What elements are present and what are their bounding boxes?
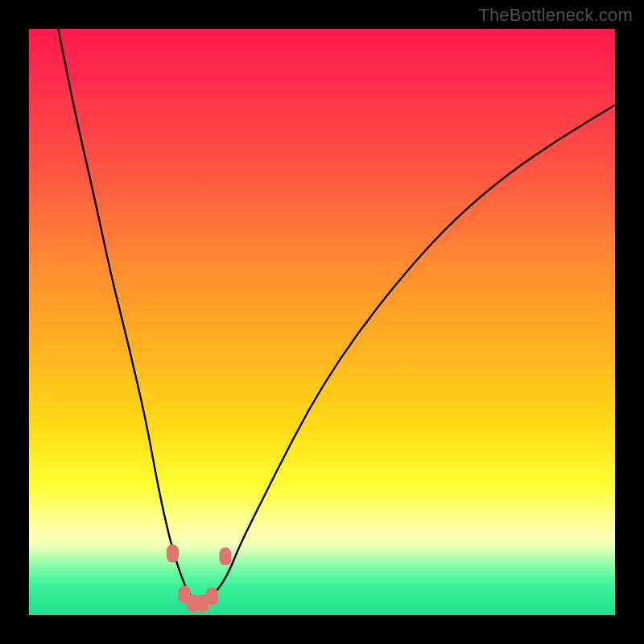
- curve-layer: [29, 29, 615, 615]
- curve-markers: [167, 545, 232, 613]
- curve-marker: [167, 545, 179, 563]
- bottleneck-curve: [58, 29, 615, 603]
- curve-marker: [206, 588, 218, 605]
- plot-area: [29, 29, 615, 615]
- watermark-text: TheBottleneck.com: [478, 5, 633, 26]
- chart-frame: TheBottleneck.com: [0, 0, 644, 644]
- curve-marker: [219, 547, 231, 565]
